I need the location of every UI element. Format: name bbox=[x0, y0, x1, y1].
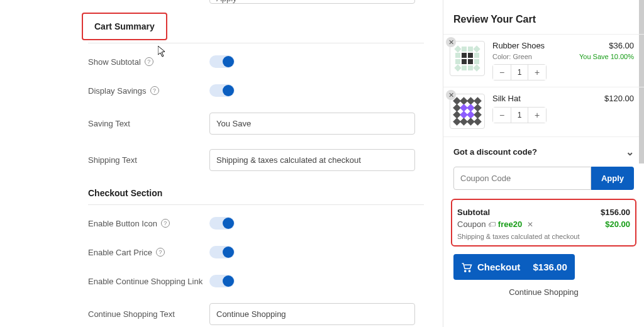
discount-header-label: Got a discount code? bbox=[453, 147, 537, 157]
chevron-down-icon: ⌄ bbox=[626, 146, 634, 158]
totals-box: Subtotal $156.00 Coupon 🏷 free20 ✕ $20.0… bbox=[451, 199, 636, 247]
shipping-text-input[interactable] bbox=[209, 149, 415, 171]
coupon-value: $20.00 bbox=[605, 219, 630, 229]
shipping-text-label: Shipping Text bbox=[88, 155, 137, 165]
item-name: Rubber Shoes bbox=[492, 41, 573, 50]
saving-text-input[interactable] bbox=[209, 113, 415, 135]
help-icon[interactable]: ? bbox=[150, 86, 159, 95]
item-savings: You Save 10.00% bbox=[579, 53, 634, 60]
coupon-input[interactable] bbox=[453, 167, 591, 190]
svg-point-1 bbox=[469, 270, 470, 271]
review-cart-title: Review Your Cart bbox=[443, 0, 644, 34]
help-icon[interactable]: ? bbox=[145, 57, 153, 66]
enable-button-icon-toggle[interactable] bbox=[209, 217, 235, 230]
product-thumbnail bbox=[450, 94, 485, 129]
checkout-button[interactable]: Checkout $136.00 bbox=[453, 254, 575, 280]
display-savings-toggle[interactable] bbox=[209, 84, 235, 97]
cart-icon bbox=[461, 262, 472, 272]
remove-coupon-button[interactable]: ✕ bbox=[527, 220, 533, 229]
enable-cart-price-toggle[interactable] bbox=[209, 246, 235, 258]
display-savings-label: Display Savings bbox=[88, 86, 147, 96]
checkout-label: Checkout bbox=[477, 262, 520, 272]
qty-value: 1 bbox=[511, 65, 528, 80]
checkout-amount: $136.00 bbox=[533, 262, 567, 272]
tag-icon: 🏷 bbox=[488, 220, 496, 229]
item-variant: Color: Green bbox=[492, 53, 573, 60]
enable-button-icon-label: Enable Button Icon bbox=[88, 219, 157, 228]
product-thumbnail bbox=[450, 41, 485, 76]
qty-value: 1 bbox=[511, 108, 528, 123]
cart-item: ✕ Silk Hat − 1 + bbox=[443, 87, 644, 136]
item-name: Silk Hat bbox=[492, 94, 598, 103]
top-apply-stub: Apply bbox=[209, 0, 415, 4]
continue-text-input[interactable] bbox=[209, 303, 415, 325]
discount-toggle[interactable]: Got a discount code? ⌄ bbox=[443, 136, 644, 167]
show-subtotal-toggle[interactable] bbox=[209, 55, 235, 68]
qty-decrease[interactable]: − bbox=[493, 65, 511, 80]
qty-increase[interactable]: + bbox=[528, 65, 546, 80]
continue-shopping-link[interactable]: Continue Shopping bbox=[443, 284, 644, 306]
apply-coupon-button[interactable]: Apply bbox=[591, 167, 634, 190]
coupon-label: Coupon bbox=[457, 219, 486, 229]
subtotal-label: Subtotal bbox=[457, 208, 490, 217]
cart-summary-heading: Cart Summary bbox=[82, 13, 167, 40]
show-subtotal-label: Show Subtotal bbox=[88, 57, 141, 67]
saving-text-label: Saving Text bbox=[88, 119, 130, 128]
help-icon[interactable]: ? bbox=[156, 248, 165, 257]
subtotal-value: $156.00 bbox=[601, 208, 630, 217]
qty-increase[interactable]: + bbox=[528, 108, 546, 123]
coupon-code: free20 bbox=[498, 219, 522, 229]
enable-continue-label: Enable Continue Shopping Link bbox=[88, 277, 203, 286]
qty-decrease[interactable]: − bbox=[493, 108, 511, 123]
enable-continue-toggle[interactable] bbox=[209, 275, 235, 287]
item-price: $36.00 bbox=[579, 41, 634, 50]
enable-cart-price-label: Enable Cart Price bbox=[88, 248, 152, 257]
shipping-note: Shipping & taxes calculated at checkout bbox=[457, 233, 630, 240]
checkout-section-heading: Checkout Section bbox=[88, 178, 424, 202]
remove-item-button[interactable]: ✕ bbox=[446, 37, 456, 47]
item-price: $120.00 bbox=[604, 94, 634, 103]
continue-text-label: Continue Shopping Text bbox=[88, 309, 175, 319]
help-icon[interactable]: ? bbox=[161, 219, 170, 228]
cart-item: ✕ Rubber Shoes Color: Green − 1 + bbox=[443, 34, 644, 87]
svg-point-0 bbox=[465, 270, 466, 271]
